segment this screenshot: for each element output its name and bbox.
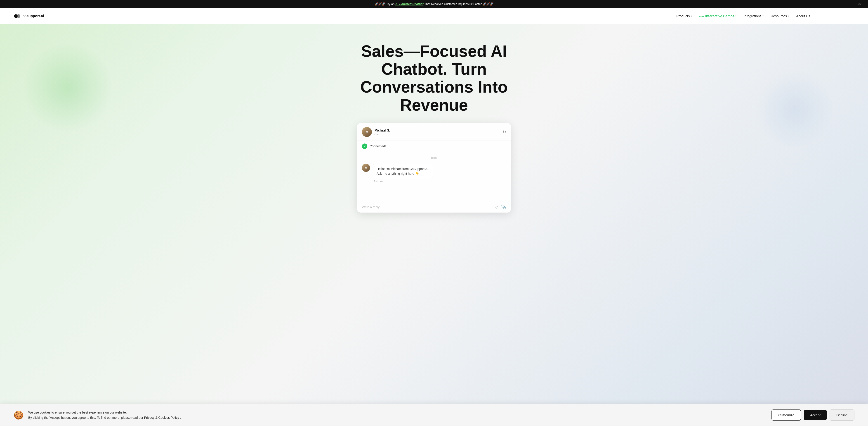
cookie-icon: 🍪: [13, 410, 24, 420]
cookie-text-line1: We use cookies to ensure you get the bes…: [28, 410, 181, 415]
announcement-suffix: That Resolves Customer Inquiries 3x Fast…: [424, 2, 493, 6]
svg-point-1: [17, 14, 20, 18]
chevron-down-icon-integrations: ▾: [763, 15, 764, 17]
logo-icon: [13, 12, 21, 20]
avatar: M: [362, 127, 372, 137]
announcement-prefix: 🚀🚀🚀 Try an: [375, 2, 395, 6]
agent-status: A...: [375, 132, 390, 135]
connected-bar: ✓ Connected!: [358, 141, 510, 152]
chat-input-area: ☺ 📎: [358, 202, 510, 212]
hero-title-line2: Conversations Into Revenue: [360, 78, 508, 114]
connected-text: Connected!: [370, 144, 386, 148]
close-icon[interactable]: ✕: [858, 2, 861, 6]
chat-message-item: M Hello! I'm Michael from CoSupport AI. …: [362, 164, 506, 183]
hero-em-dash: —: [403, 42, 420, 60]
about-us-link[interactable]: About Us: [796, 14, 810, 18]
get-demo-button[interactable]: Get Demo Access: [817, 11, 855, 21]
cookie-banner: 🍪 We use cookies to ensure you get the b…: [0, 404, 868, 426]
main-nav: Products ▾ new Interactive Demos ▾ Integ…: [676, 11, 855, 21]
products-label: Products: [676, 14, 690, 18]
logo[interactable]: cosupport.ai: [13, 12, 44, 20]
refresh-button[interactable]: ↻: [503, 130, 506, 134]
chat-reply-input[interactable]: [362, 205, 493, 209]
cookie-text-line2: By clicking the 'Accept' button, you agr…: [28, 415, 181, 420]
cookie-actions: Customize Accept Decline: [772, 409, 855, 421]
cookie-text-suffix: .: [180, 416, 181, 420]
interactive-demos-label: Interactive Demos: [705, 14, 735, 18]
hero-title: Sales—Focused AI Chatbot. Turn Conversat…: [332, 42, 536, 114]
chevron-down-icon: ▾: [691, 15, 692, 17]
new-badge: new: [699, 15, 704, 18]
agent-details: Michael S. A...: [375, 129, 390, 135]
message-time: Just now: [373, 180, 506, 183]
chat-header: M Michael S. A... ↻: [358, 123, 510, 141]
message-text-line1: Hello! I'm Michael from CoSupport AI.: [377, 167, 429, 171]
integrations-menu[interactable]: Integrations ▾: [744, 14, 763, 18]
attach-button[interactable]: 📎: [501, 205, 506, 209]
chat-agent-info: M Michael S. A...: [362, 127, 390, 137]
accept-button[interactable]: Accept: [804, 410, 827, 420]
resources-menu[interactable]: Resources ▾: [771, 14, 789, 18]
chevron-down-icon-demos: ▾: [735, 15, 737, 17]
announcement-bar: 🚀🚀🚀 Try an AI-Powered Chatbot That Resol…: [0, 0, 868, 8]
decline-button[interactable]: Decline: [830, 409, 855, 421]
integrations-label: Integrations: [744, 14, 761, 18]
message-avatar: M: [362, 164, 370, 172]
customize-button[interactable]: Customize: [772, 409, 801, 421]
cookie-text-prefix: By clicking the 'Accept' button, you agr…: [28, 416, 144, 420]
date-divider: Today: [362, 157, 506, 159]
agent-name: Michael S.: [375, 129, 390, 132]
chevron-down-icon-resources: ▾: [788, 15, 789, 17]
cookie-content: 🍪 We use cookies to ensure you get the b…: [13, 410, 181, 420]
products-menu[interactable]: Products ▾: [676, 14, 692, 18]
chat-messages: Today M Hello! I'm Michael from CoSuppor…: [358, 152, 510, 202]
logo-text: cosupport.ai: [23, 14, 44, 18]
interactive-demos-menu[interactable]: new Interactive Demos ▾: [699, 14, 737, 18]
announcement-link[interactable]: AI-Powered Chatbot: [395, 2, 423, 6]
hero-title-sales: Sales: [361, 42, 403, 60]
chat-widget: M Michael S. A... ↻ ✓ Connected! Today M…: [357, 123, 511, 212]
message-content: Hello! I'm Michael from CoSupport AI. As…: [373, 164, 506, 183]
emoji-button[interactable]: ☺: [495, 205, 499, 209]
hero-section: Sales—Focused AI Chatbot. Turn Conversat…: [0, 24, 868, 425]
message-bubble: Hello! I'm Michael from CoSupport AI. As…: [373, 164, 433, 179]
navbar: cosupport.ai Products ▾ new Interactive …: [0, 8, 868, 24]
resources-label: Resources: [771, 14, 787, 18]
connected-icon: ✓: [362, 143, 367, 149]
cookie-text: We use cookies to ensure you get the bes…: [28, 410, 181, 420]
privacy-policy-link[interactable]: Privacy & Cookies Policy: [144, 416, 179, 420]
message-text-line2: Ask me anything right here 👇: [377, 172, 419, 175]
